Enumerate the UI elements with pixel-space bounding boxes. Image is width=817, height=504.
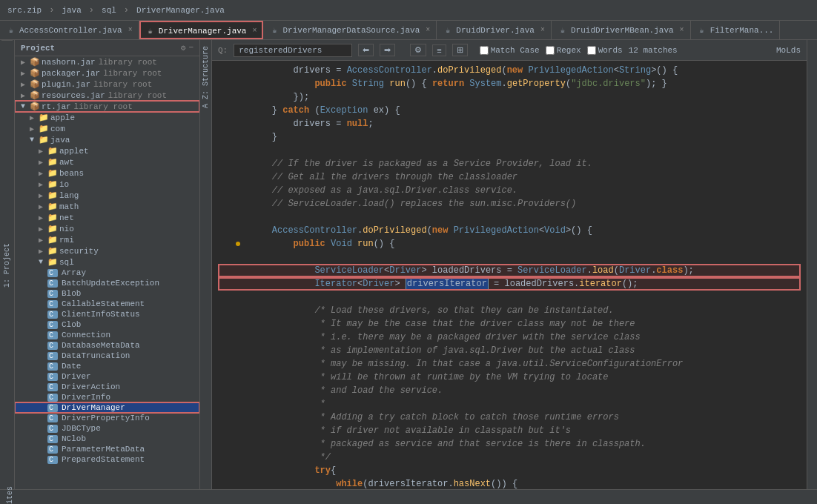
tab-driver-manager[interactable]: ☕ DriverManager.java × — [139, 21, 264, 39]
match-case-checkbox[interactable] — [480, 46, 489, 55]
jar-icon: 📦 — [30, 57, 40, 67]
tree-item-dbmeta[interactable]: C DatabaseMetaData — [15, 340, 199, 351]
tree-item-lang[interactable]: ▶ 📁 lang — [15, 190, 199, 201]
regex-option[interactable]: Regex — [546, 46, 581, 55]
line-content-6: } — [248, 130, 801, 144]
tree-item-driverpropertyinfo[interactable]: C DriverPropertyInfo — [15, 413, 199, 423]
class-icon-driver: C — [47, 373, 58, 381]
project-panel-label[interactable]: 1: Project — [1, 40, 13, 489]
tree-sublabel-plugin: library root — [93, 80, 152, 89]
tree-label-sql: sql — [59, 258, 74, 267]
tree-item-clientinfo[interactable]: C ClientInfoStatus — [15, 309, 199, 319]
words-checkbox[interactable] — [587, 46, 596, 55]
code-line-2: public String run() { return System.getP… — [218, 77, 801, 90]
toolbar-sql[interactable]: sql — [97, 4, 121, 16]
tree-item-apple[interactable]: ▶ 📁 apple — [15, 112, 199, 123]
tab-close-mbean[interactable]: × — [680, 26, 684, 34]
java-icon-5: ☕ — [558, 25, 568, 36]
tree-arrow: ▶ — [21, 58, 30, 67]
tree-item-array[interactable]: C Array — [15, 268, 199, 278]
search-filter-button[interactable]: ≡ — [432, 44, 446, 56]
tab-close-active[interactable]: × — [252, 27, 257, 35]
tab-filter-manager[interactable]: ☕ FilterMana... — [691, 21, 781, 39]
structure-panel-label[interactable]: A Z: Structure — [200, 40, 211, 114]
code-line-bc6: * will be thrown at runtime by the VM tr… — [218, 371, 801, 384]
search-input[interactable] — [234, 44, 352, 57]
tree-header-icons: ⚙ − — [181, 43, 194, 53]
tree-item-net[interactable]: ▶ 📁 net — [15, 212, 199, 223]
tree-item-rt-jar[interactable]: ▼ 📦 rt.jar library root — [15, 101, 199, 112]
tree-item-batchupdate[interactable]: C BatchUpdateException — [15, 278, 199, 288]
search-expand-button[interactable]: ⊞ — [452, 44, 468, 56]
search-tools-button[interactable]: ⚙ — [410, 44, 426, 56]
toolbar-driver-manager[interactable]: DriverManager.java — [132, 4, 229, 16]
tree-item-awt[interactable]: ▶ 📁 awt — [15, 156, 199, 168]
search-next-button[interactable]: ➡ — [380, 44, 395, 56]
pkg-icon-math: 📁 — [47, 202, 58, 211]
words-option[interactable]: Words — [587, 46, 623, 55]
tree-item-blob[interactable]: C Blob — [15, 288, 199, 299]
tab-driver-manager-datasource[interactable]: ☕ DriverManagerDataSource.java × — [263, 21, 437, 39]
tree-arrow-java: ▼ — [30, 136, 39, 144]
tree-item-applet[interactable]: ▶ 📁 applet — [15, 145, 199, 156]
tree-item-resources[interactable]: ▶ 📦 resources.jar library root — [15, 90, 199, 101]
tree-item-rmi[interactable]: ▶ 📁 rmi — [15, 234, 199, 245]
tree-item-date[interactable]: C Date — [15, 361, 199, 371]
tree-item-plugin[interactable]: ▶ 📦 plugin.jar library root — [15, 79, 199, 90]
tree-item-drivermanager[interactable]: C DriverManager — [15, 402, 199, 413]
tab-close[interactable]: × — [128, 26, 133, 34]
tree-sublabel: library root — [99, 58, 157, 67]
code-line-bc5: * may be missing. In that case a java.ut… — [218, 357, 801, 371]
match-case-label: Match Case — [491, 46, 540, 55]
pkg-icon-security: 📁 — [47, 246, 58, 256]
tree-label-io: io — [59, 180, 69, 189]
tree-item-beans[interactable]: ▶ 📁 beans — [15, 168, 199, 179]
tree-item-math[interactable]: ▶ 📁 math — [15, 201, 199, 212]
tab-druid-driver-mbean[interactable]: ☕ DruidDriverMBean.java × — [552, 21, 691, 39]
match-case-option[interactable]: Match Case — [480, 46, 540, 55]
tree-item-driveraction[interactable]: C DriverAction — [15, 382, 199, 392]
toolbar-java[interactable]: java — [57, 4, 85, 16]
tree-item-sql[interactable]: ▼ 📁 sql — [15, 256, 199, 268]
tree-item-nclob[interactable]: C NClob — [15, 434, 199, 444]
tab-access-controller[interactable]: ☕ AccessController.java × — [0, 21, 139, 39]
tab-close-dds[interactable]: × — [426, 26, 430, 34]
tree-item-callable[interactable]: C CallableStatement — [15, 299, 199, 309]
code-line-while: while(driversIterator.hasNext()) { — [218, 477, 801, 489]
code-line-c2: // Get all the drivers through the class… — [218, 170, 801, 184]
class-icon-pm: C — [47, 445, 58, 454]
tab-druid-driver[interactable]: ☕ DruidDriver.java × — [437, 21, 552, 39]
regex-checkbox[interactable] — [546, 46, 555, 55]
tree-item-security[interactable]: ▶ 📁 security — [15, 245, 199, 256]
tree-item-datatrunc[interactable]: C DataTruncation — [15, 351, 199, 361]
tree-item-clob[interactable]: C Clob — [15, 319, 199, 330]
tree-item-jdbctype[interactable]: C JDBCType — [15, 423, 199, 434]
tree-settings-icon[interactable]: ⚙ — [181, 43, 186, 53]
code-line-6: } — [218, 130, 801, 144]
tree-item-nio[interactable]: ▶ 📁 nio — [15, 223, 199, 234]
tree-item-parametermeta[interactable]: C ParameterMetaData — [15, 444, 199, 454]
tree-header: Project ⚙ − — [15, 40, 199, 56]
tree-item-driver[interactable]: C Driver — [15, 371, 199, 382]
tree-item-com[interactable]: ▶ 📁 com — [15, 123, 199, 134]
tree-label-pm: ParameterMetaData — [62, 445, 145, 454]
tree-item-preparedstatement[interactable]: C PreparedStatement — [15, 454, 199, 465]
pkg-icon-sql: 📁 — [47, 257, 58, 267]
tree-item-connection[interactable]: C Connection — [15, 330, 199, 340]
tree-item-nashorn[interactable]: ▶ 📦 nashorn.jar library root — [15, 56, 199, 67]
tree-arrow-rmi: ▶ — [39, 236, 47, 245]
class-icon-clientinfo: C — [47, 311, 58, 319]
tree-arrow-sql: ▼ — [39, 258, 47, 266]
java-icon-6: ☕ — [697, 25, 707, 36]
tree-item-io[interactable]: ▶ 📁 io — [15, 179, 199, 190]
tree-item-java[interactable]: ▼ 📁 java — [15, 134, 199, 145]
tree-item-packager[interactable]: ▶ 📦 packager.jar library root — [15, 67, 199, 79]
tree-item-driverinfo[interactable]: C DriverInfo — [15, 392, 199, 402]
search-prev-button[interactable]: ⬅ — [358, 44, 374, 56]
code-editor[interactable]: drivers = AccessController.doPrivileged(… — [212, 61, 807, 489]
tab-close-druid[interactable]: × — [540, 26, 545, 34]
tree-collapse-icon[interactable]: − — [188, 43, 194, 53]
jar-icon-rt: 📦 — [30, 102, 40, 111]
toolbar-src-zip[interactable]: src.zip — [3, 4, 46, 16]
app-container: src.zip › java › sql › DriverManager.jav… — [0, 0, 817, 504]
